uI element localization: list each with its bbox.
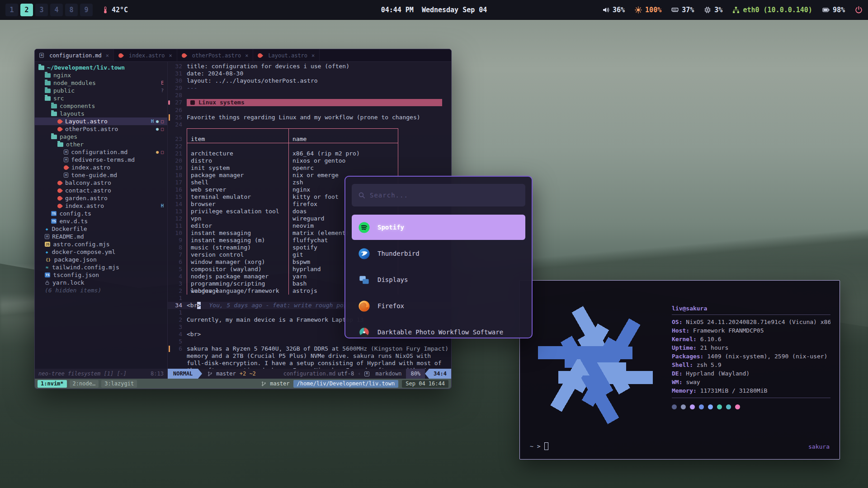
workspace-button[interactable]: 1 — [5, 4, 18, 16]
launcher-entry[interactable]: Darktable Photo Workflow Software — [352, 319, 525, 338]
app-launcher: SpotifyThunderbirdDisplaysFirefoxDarktab… — [344, 176, 533, 338]
tree-item[interactable]: TStsconfig.json — [35, 271, 167, 279]
close-icon[interactable]: × — [169, 52, 172, 59]
astro-icon — [57, 126, 63, 132]
buffer-tab[interactable]: Mconfiguration.md× — [35, 49, 114, 61]
tree-item[interactable]: ≈tailwind.config.mjs — [35, 263, 167, 271]
tree-item[interactable]: layouts — [35, 110, 167, 117]
tree-item[interactable]: public? — [35, 87, 167, 94]
neo-tree-file-explorer: ~/Development/liv.townnginxnode_modulesE… — [35, 62, 168, 369]
close-icon[interactable]: × — [245, 52, 248, 59]
fastfetch-terminal: liv@sakura OS: NixOS 24.11.20240828.71e9… — [519, 280, 840, 460]
line-number: 20 — [171, 157, 187, 164]
tree-item[interactable]: Mtone-guide.md — [35, 171, 167, 179]
clock-module[interactable]: 04:44 PM Wednesday Sep 04 — [381, 6, 487, 14]
tree-item[interactable]: src — [35, 94, 167, 102]
buffer-tab[interactable]: otherPost.astro× — [177, 49, 254, 61]
battery-module[interactable]: 98% — [822, 6, 845, 14]
tree-item-label: docker-compose.yml — [52, 249, 115, 255]
tree-item-label: astro.config.mjs — [53, 241, 109, 248]
workspace-button[interactable]: 8 — [65, 4, 78, 16]
tree-item[interactable]: yarn.lock — [35, 279, 167, 286]
tree-item[interactable]: otherPost.astro●□ — [35, 125, 167, 133]
tmux-window[interactable]: 3:lazygit — [101, 380, 137, 388]
fetch-info-key: OS: — [672, 319, 686, 325]
tree-item[interactable]: Mconfiguration.md●□ — [35, 148, 167, 156]
sign-column — [168, 287, 171, 295]
launcher-search[interactable] — [352, 184, 525, 206]
markdown-icon: M — [64, 173, 68, 178]
launcher-entry[interactable]: Thunderbird — [352, 241, 525, 266]
json-icon: {} — [45, 257, 52, 262]
memory-module[interactable]: 37% — [671, 6, 694, 14]
tree-item[interactable]: nginx — [35, 71, 167, 79]
tree-item[interactable]: balcony.astro — [35, 179, 167, 187]
shell-prompt[interactable]: ~ > — [530, 442, 548, 450]
sign-column — [168, 121, 171, 128]
fetch-info-value: sway — [686, 379, 700, 385]
close-icon[interactable]: × — [311, 52, 315, 59]
tree-item[interactable]: Layout.astroH●□ — [35, 117, 167, 125]
tree-item[interactable]: (6 hidden items) — [35, 286, 167, 294]
workspace-button[interactable]: 2 — [20, 4, 33, 16]
heading-icon — [190, 100, 195, 105]
close-icon[interactable]: × — [106, 52, 109, 59]
palette-dot — [681, 404, 686, 409]
tab-label: index.astro — [129, 52, 165, 59]
launcher-entry[interactable]: Displays — [352, 267, 525, 292]
tree-item[interactable]: pages — [35, 133, 167, 141]
prompt-cwd: ~ — [530, 443, 533, 450]
powerline-separator — [198, 369, 202, 379]
buffer-tab[interactable]: Layout.astro× — [253, 49, 320, 61]
tree-item-label: contact.astro — [65, 187, 111, 194]
temperature-module[interactable]: 42°C — [102, 6, 128, 14]
line-number: 13 — [171, 208, 187, 215]
workspace-button[interactable]: 9 — [80, 4, 93, 16]
search-input[interactable] — [370, 192, 519, 199]
tree-item[interactable]: ~/Development/liv.town — [35, 64, 167, 71]
volume-module[interactable]: 36% — [602, 6, 625, 14]
buffer-line-text: sakura has a Ryzen 5 7640U, 32GB of DDR5… — [187, 345, 451, 369]
power-button[interactable] — [855, 6, 863, 14]
launcher-entry[interactable]: Spotify — [352, 215, 525, 240]
astro-icon — [181, 52, 187, 58]
tab-label: otherPost.astro — [192, 52, 241, 59]
sign-column — [168, 201, 171, 208]
sign-column — [168, 157, 171, 164]
workspace-button[interactable]: 3 — [35, 4, 48, 16]
sign-column — [168, 222, 171, 230]
line-number: 19 — [171, 164, 187, 172]
tree-item[interactable]: index.astroH — [35, 202, 167, 210]
tree-item[interactable]: {}package.json — [35, 256, 167, 263]
cpu-module[interactable]: 3% — [704, 6, 722, 14]
fetch-info-key: Kernel: — [672, 336, 700, 343]
tree-item[interactable]: garden.astro — [35, 194, 167, 202]
tree-item[interactable]: node_modulesE — [35, 79, 167, 87]
markdown-table-row — [187, 128, 451, 136]
tree-item[interactable]: MREADME.md — [35, 233, 167, 240]
tree-item[interactable]: contact.astro — [35, 187, 167, 194]
tree-item[interactable]: TSconfig.ts — [35, 210, 167, 217]
tree-item[interactable]: ◆Dockerfile — [35, 225, 167, 233]
tree-item[interactable]: Mfediverse-terms.md — [35, 156, 167, 164]
tmux-window[interactable]: 1:nvim* — [38, 380, 67, 388]
tree-item[interactable]: components — [35, 102, 167, 110]
tree-item[interactable]: TSenv.d.ts — [35, 217, 167, 225]
cpu-value: 3% — [714, 6, 722, 14]
brightness-module[interactable]: 100% — [635, 6, 661, 14]
fetch-info-key: Uptime: — [672, 344, 700, 351]
tree-item[interactable]: ◆docker-compose.yml — [35, 248, 167, 256]
tree-item[interactable]: JSastro.config.mjs — [35, 240, 167, 248]
network-module[interactable]: eth0 (10.0.0.140) — [732, 6, 812, 14]
tmux-window[interactable]: 2:node… — [70, 380, 99, 388]
tree-item-label: src — [53, 95, 64, 102]
tree-item[interactable]: index.astro — [35, 164, 167, 171]
buffer-tab[interactable]: index.astro× — [114, 49, 177, 61]
line-number: 4 — [171, 273, 187, 280]
astro-icon — [57, 195, 63, 201]
fetch-info-key: WM: — [672, 379, 686, 385]
tree-item[interactable]: other — [35, 141, 167, 148]
git-segment: master +2 ~2 — [202, 369, 261, 379]
launcher-entry[interactable]: Firefox — [352, 293, 525, 319]
workspace-button[interactable]: 4 — [50, 4, 63, 16]
